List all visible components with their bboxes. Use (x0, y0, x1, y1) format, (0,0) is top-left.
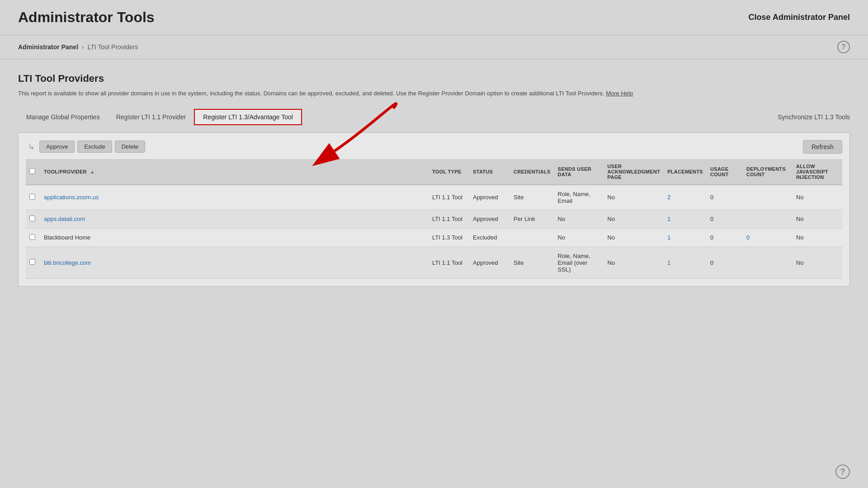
credentials: Per Link (510, 210, 554, 228)
usage-count: 0 (707, 210, 743, 228)
placements-link[interactable]: 1 (667, 234, 670, 241)
usage-count: 0 (707, 185, 743, 210)
page-title: Administrator Tools (18, 9, 155, 26)
placements-link[interactable]: 2 (667, 194, 670, 201)
exclude-button[interactable]: Exclude (77, 141, 112, 153)
user-ack: No (604, 228, 664, 247)
breadcrumb-admin-panel[interactable]: Administrator Panel (18, 43, 78, 51)
close-admin-panel-link[interactable]: Close Administrator Panel (749, 13, 850, 22)
tool-provider-link[interactable]: blti.bncollege.com (44, 259, 91, 266)
placements-link[interactable]: 1 (667, 216, 670, 222)
row-checkbox[interactable] (29, 216, 35, 221)
placements-link[interactable]: 1 (667, 259, 670, 266)
deployments-count: 0 (743, 228, 793, 247)
placements: 1 (664, 210, 707, 228)
credentials: Site (510, 247, 554, 278)
tool-provider-link[interactable]: applications.zoom.us (44, 194, 99, 201)
status: Approved (469, 210, 510, 228)
credentials: Site (510, 185, 554, 210)
deployments-count (743, 185, 793, 210)
tab-manage-global-properties[interactable]: Manage Global Properties (18, 110, 108, 124)
tool-type: LTI 1.1 Tool (429, 185, 469, 210)
placements: 1 (664, 247, 707, 278)
table-row: apps.dataii.comLTI 1.1 ToolApprovedPer L… (26, 210, 842, 228)
breadcrumb-lti-providers: LTI Tool Providers (88, 43, 138, 51)
allow-js: No (793, 247, 842, 278)
tool-provider-link[interactable]: apps.dataii.com (44, 216, 85, 222)
help-icon[interactable]: ? (837, 41, 850, 53)
table-row: applications.zoom.usLTI 1.1 ToolApproved… (26, 185, 842, 210)
user-ack: No (604, 247, 664, 278)
sends-user-data: Role, Name, Email (554, 185, 604, 210)
tool-type: LTI 1.3 Tool (429, 228, 469, 247)
allow-js: No (793, 210, 842, 228)
table-container: ↳ Approve Exclude Delete Refresh TOOL/PR… (18, 132, 850, 286)
status: Approved (469, 247, 510, 278)
usage-count: 0 (707, 228, 743, 247)
deployments-count (743, 247, 793, 278)
user-ack: No (604, 185, 664, 210)
tab-register-lti-11[interactable]: Register LTI 1.1 Provider (108, 110, 194, 124)
status: Excluded (469, 228, 510, 247)
table-row: Blackboard HomeLTI 1.3 ToolExcludedNoNo1… (26, 228, 842, 247)
row-checkbox[interactable] (29, 259, 35, 265)
usage-count: 0 (707, 247, 743, 278)
tool-type: LTI 1.1 Tool (429, 210, 469, 228)
tab-register-lti-13[interactable]: Register LTI 1.3/Advantage Tool (194, 109, 302, 125)
allow-js: No (793, 228, 842, 247)
table-row: blti.bncollege.comLTI 1.1 ToolApprovedSi… (26, 247, 842, 278)
user-ack: No (604, 210, 664, 228)
toolbar-arrow-icon: ↳ (26, 141, 37, 152)
credentials (510, 228, 554, 247)
delete-button[interactable]: Delete (115, 141, 146, 153)
placements: 2 (664, 185, 707, 210)
more-help-link[interactable]: More Help (606, 90, 633, 97)
sends-user-data: No (554, 210, 604, 228)
row-checkbox[interactable] (29, 234, 35, 240)
sort-icon: ▲ (90, 169, 94, 174)
tool-provider-text: Blackboard Home (40, 228, 429, 247)
breadcrumb-separator: › (82, 43, 84, 51)
sends-user-data: No (554, 228, 604, 247)
tool-type: LTI 1.1 Tool (429, 247, 469, 278)
synchronize-lti-13-button[interactable]: Synchronize LTI 1.3 Tools (778, 113, 850, 121)
sends-user-data: Role, Name, Email (over SSL) (554, 247, 604, 278)
status: Approved (469, 185, 510, 210)
allow-js: No (793, 185, 842, 210)
approve-button[interactable]: Approve (39, 141, 75, 153)
refresh-button[interactable]: Refresh (803, 140, 842, 154)
bottom-help-icon[interactable]: ? (835, 465, 850, 479)
placements: 1 (664, 228, 707, 247)
select-all-checkbox[interactable] (29, 168, 35, 174)
deployments-count (743, 210, 793, 228)
row-checkbox[interactable] (29, 194, 35, 200)
deployments-count-link[interactable]: 0 (746, 234, 750, 241)
section-description: This report is available to show all pro… (18, 89, 651, 98)
section-title: LTI Tool Providers (18, 73, 850, 84)
lti-providers-table: TOOL/PROVIDER ▲ TOOL TYPE STATUS CREDENT… (26, 159, 842, 279)
